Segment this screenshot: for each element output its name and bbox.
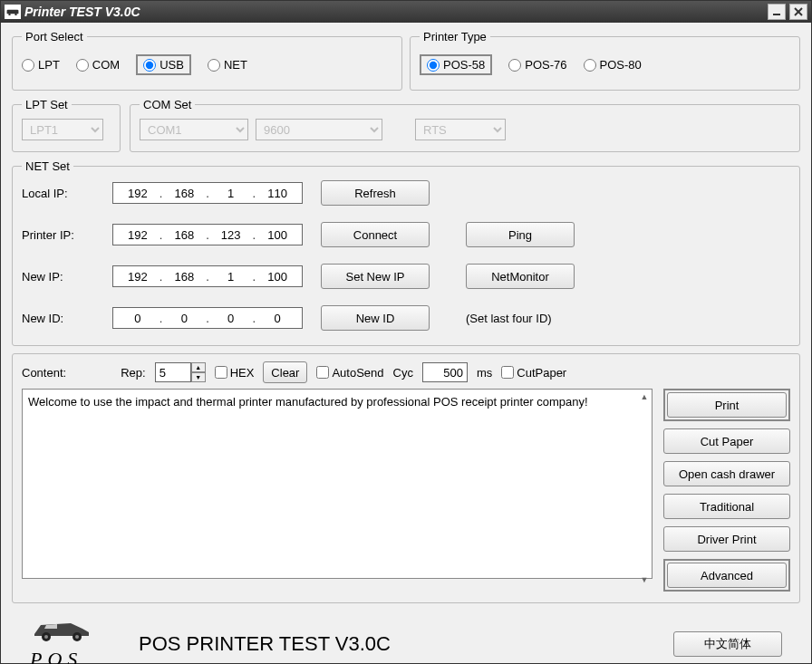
pos-logo-text: POS — [30, 648, 111, 664]
ptype-pos58-radio[interactable]: POS-58 — [427, 58, 485, 72]
titlebar: Printer TEST V3.0C — [1, 1, 811, 23]
printer-type-legend: Printer Type — [420, 30, 490, 43]
printer-ip-input[interactable]: . . . — [112, 224, 303, 245]
port-lpt-radio[interactable]: LPT — [22, 58, 60, 72]
printer-ip-label: Printer IP: — [22, 228, 112, 242]
ptype-pos80-radio[interactable]: POS-80 — [584, 58, 642, 72]
minimize-button[interactable] — [768, 4, 786, 20]
connect-button[interactable]: Connect — [321, 222, 430, 247]
port-usb-radio[interactable]: USB — [143, 58, 184, 72]
cutpaper-checkbox[interactable]: CutPaper — [501, 366, 566, 380]
cyc-input[interactable] — [422, 362, 468, 382]
ptype-pos76-radio[interactable]: POS-76 — [508, 58, 566, 72]
com-set-legend: COM Set — [140, 98, 195, 111]
port-select-group: Port Select LPT COM USB NET — [12, 30, 402, 91]
driver-print-button[interactable]: Driver Print — [663, 526, 790, 552]
cyc-unit: ms — [477, 366, 492, 380]
new-ip-input[interactable]: . . . — [112, 265, 303, 287]
footer-title: POS PRINTER TEST V3.0C — [111, 632, 673, 656]
com-flow-select[interactable]: RTS — [415, 119, 506, 140]
port-net-radio[interactable]: NET — [208, 58, 247, 72]
new-ip-label: New IP: — [22, 270, 112, 284]
local-ip-input[interactable]: . . . — [112, 182, 303, 204]
netmonitor-button[interactable]: NetMonitor — [466, 264, 575, 289]
set-new-ip-button[interactable]: Set New IP — [321, 264, 430, 289]
car-icon — [30, 616, 93, 643]
window-title: Printer TEST V3.0C — [24, 5, 768, 19]
rep-label: Rep: — [121, 366, 145, 380]
svg-rect-0 — [7, 10, 19, 14]
autosend-checkbox[interactable]: AutoSend — [316, 366, 383, 380]
rep-up-button[interactable]: ▲ — [191, 362, 206, 372]
com-port-select[interactable]: COM1 — [140, 119, 248, 140]
close-button[interactable] — [789, 4, 807, 20]
com-baud-select[interactable]: 9600 — [256, 119, 382, 140]
print-button[interactable]: Print — [667, 392, 787, 418]
new-id-button[interactable]: New ID — [321, 305, 430, 331]
cut-paper-button[interactable]: Cut Paper — [663, 428, 790, 454]
language-button[interactable]: 中文简体 — [673, 631, 782, 657]
rep-input[interactable] — [155, 362, 191, 382]
svg-point-2 — [14, 14, 16, 15]
new-id-input[interactable]: . . . — [112, 307, 303, 329]
open-drawer-button[interactable]: Open cash drawer — [663, 461, 790, 486]
app-icon — [5, 5, 21, 19]
scrollbar[interactable]: ▲ ▼ — [637, 390, 652, 587]
footer-logo: POS — [30, 616, 111, 664]
app-window: Printer TEST V3.0C Port Select LPT COM U… — [0, 0, 812, 664]
content-textarea[interactable]: Welcome to use the impact and thermal pr… — [22, 389, 652, 579]
lpt-set-legend: LPT Set — [22, 98, 72, 111]
port-com-radio[interactable]: COM — [76, 58, 120, 72]
content-group: Content: Rep: ▲ ▼ HEX Clear AutoSend Cyc… — [12, 353, 800, 603]
new-id-label: New ID: — [22, 312, 112, 325]
svg-point-9 — [75, 635, 79, 639]
svg-point-7 — [44, 635, 48, 639]
net-set-group: NET Set Local IP: . . . Refresh Printer … — [12, 159, 800, 346]
com-set-group: COM Set COM1 9600 RTS — [130, 98, 800, 152]
scroll-down-icon[interactable]: ▼ — [637, 573, 652, 587]
port-select-legend: Port Select — [22, 30, 87, 43]
refresh-button[interactable]: Refresh — [321, 180, 430, 206]
rep-down-button[interactable]: ▼ — [191, 372, 206, 382]
net-set-legend: NET Set — [22, 159, 73, 173]
local-ip-label: Local IP: — [22, 187, 112, 200]
ping-button[interactable]: Ping — [466, 222, 575, 247]
cyc-label: Cyc — [393, 366, 413, 380]
printer-type-group: Printer Type POS-58 POS-76 POS-80 — [410, 30, 800, 91]
hex-checkbox[interactable]: HEX — [215, 366, 255, 380]
scroll-up-icon[interactable]: ▲ — [637, 390, 652, 404]
content-legend: Content: — [22, 366, 66, 380]
lpt-select[interactable]: LPT1 — [22, 119, 103, 140]
traditional-button[interactable]: Traditional — [663, 494, 790, 519]
svg-point-1 — [8, 14, 10, 15]
clear-button[interactable]: Clear — [263, 361, 307, 383]
lpt-set-group: LPT Set LPT1 — [12, 98, 121, 152]
new-id-hint: (Set last four ID) — [466, 312, 552, 325]
advanced-button[interactable]: Advanced — [667, 563, 787, 588]
